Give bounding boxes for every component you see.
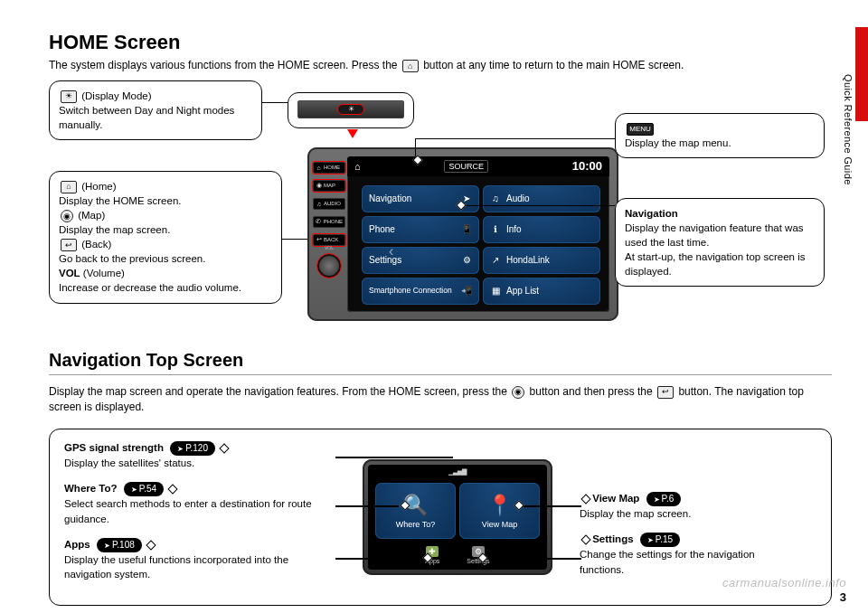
vol-desc: (Volume) (83, 268, 125, 278)
page-ref[interactable]: P.54 (124, 482, 164, 496)
nav-center-column: ▁▃▅▇ 🔍 Where To? 📍 View Map (354, 440, 561, 594)
page-ref[interactable]: P.15 (640, 533, 680, 547)
page-ref[interactable]: P.120 (170, 441, 215, 456)
tile-label: View Map (482, 520, 517, 529)
chevron-left-icon[interactable]: ‹ (389, 243, 393, 259)
tile-label: Smartphone Connection (369, 287, 452, 295)
back-hw-icon: ↩ (61, 239, 77, 251)
tile-hondalink[interactable]: ↗HondaLink (483, 247, 600, 274)
hw-audio-button[interactable]: ♫AUDIO (313, 198, 345, 210)
leader-line (415, 138, 615, 139)
tile-smartphone[interactable]: Smartphone Connection📲 (362, 278, 479, 305)
intro-a: The system displays various functions fr… (49, 59, 401, 71)
hw-label: AUDIO (324, 201, 341, 206)
tile-label: Phone (369, 224, 395, 234)
hw-phone-button[interactable]: ✆PHONE (313, 216, 345, 228)
side-label: Quick Reference Guide (843, 74, 854, 185)
nav-left-column: GPS signal strength P.120 Display the sa… (64, 440, 335, 594)
tile-label: HondaLink (506, 255, 550, 265)
apps-text: Display the useful functions incorporate… (64, 554, 288, 580)
section-tab (855, 27, 868, 121)
leader-line (335, 558, 421, 559)
gps-text: Display the satellites' status. (64, 457, 194, 468)
gps-signal-bars: ▁▃▅▇ (448, 468, 467, 476)
page-ref[interactable]: P.6 (646, 492, 682, 506)
nav-right-column: View Map P.6 Display the map screen. Set… (580, 440, 792, 594)
gear-icon: ⚙ (461, 255, 472, 266)
map-icon: ◉ (316, 183, 322, 189)
hw-volume-knob[interactable] (317, 254, 341, 278)
leader-line (415, 138, 416, 156)
home-tiles: Navigation➤ ♫Audio Phone📱 ℹInfo Settings… (347, 176, 609, 310)
phone-icon: 📱 (461, 224, 472, 235)
apps-title: Apps (64, 539, 90, 550)
back-icon: ↩ (657, 386, 674, 399)
grid-icon: ▦ (490, 286, 501, 297)
tile-audio[interactable]: ♫Audio (483, 185, 600, 212)
hw-label: PHONE (324, 219, 343, 224)
leader-line (262, 102, 288, 103)
menu-text: Display the map menu. (625, 137, 731, 148)
source-button[interactable]: SOURCE (444, 160, 488, 173)
callout-navigation: Navigation Display the navigation featur… (615, 198, 825, 287)
back-label: (Back) (81, 239, 111, 250)
settings-title: Settings (592, 533, 633, 544)
nav-tile-view-map[interactable]: 📍 View Map (459, 483, 540, 539)
hw-label: MAP (324, 183, 335, 188)
leader-anchor (168, 485, 178, 495)
page-number: 3 (840, 590, 846, 604)
callout-menu: MENU Display the map menu. (615, 113, 825, 158)
pointer-triangle (347, 129, 358, 138)
hw-home-button[interactable]: ⌂HOME (313, 162, 345, 174)
nav-callout-title: Navigation (625, 208, 678, 219)
heading-nav-top-screen: Navigation Top Screen (49, 350, 832, 375)
phone-icon: ✆ (316, 219, 322, 225)
item-apps: Apps P.108 Display the useful functions … (64, 537, 335, 581)
info-icon: ℹ (490, 224, 501, 235)
callout-display-mode: ☀ (Display Mode) Switch between Day and … (49, 80, 262, 140)
link-icon: ↗ (490, 255, 501, 266)
tile-phone[interactable]: Phone📱 (362, 216, 479, 243)
page-ref[interactable]: P.108 (97, 538, 142, 552)
display-mode-button[interactable]: ☀ (337, 104, 364, 115)
hw-map-button[interactable]: ◉MAP (313, 180, 345, 192)
screen-topbar: ⌂ SOURCE 10:00 (347, 156, 609, 176)
phone-icon: 📲 (461, 286, 472, 297)
home-hw-icon: ⌂ (61, 181, 77, 193)
home-icon: ⌂ (354, 161, 361, 172)
menu-icon: MENU (627, 123, 654, 136)
leader-line (458, 205, 615, 206)
heading-home-screen: HOME Screen (49, 31, 832, 54)
nav-intro-a: Display the map screen and operate the n… (49, 385, 510, 398)
tile-label: Info (506, 224, 522, 234)
home-label: (Home) (81, 181, 116, 192)
intro-text: The system displays various functions fr… (49, 58, 832, 73)
tile-settings[interactable]: Settings⚙ (362, 247, 479, 274)
hw-label: BACK (324, 237, 338, 242)
page-dots: ○ ● ○ ○ ○ (347, 310, 609, 312)
item-gps: GPS signal strength P.120 Display the sa… (64, 440, 335, 470)
display-mode-label: (Display Mode) (81, 90, 151, 101)
leader-line (480, 558, 581, 559)
nav-screen: ▁▃▅▇ 🔍 Where To? 📍 View Map (368, 465, 547, 570)
leader-line (335, 505, 399, 506)
tile-info[interactable]: ℹInfo (483, 216, 600, 243)
leader-anchor (220, 444, 230, 454)
item-settings: Settings P.15 Change the settings for th… (580, 532, 792, 576)
tile-label: App List (506, 286, 539, 296)
audio-icon: ♫ (316, 201, 322, 207)
nav-diagram-box: GPS signal strength P.120 Display the sa… (49, 429, 832, 606)
home-icon: ⌂ (316, 165, 322, 171)
vol-label: VOL (59, 268, 80, 278)
nav-tile-where-to[interactable]: 🔍 Where To? (375, 483, 456, 539)
hw-label: HOME (324, 165, 340, 170)
back-text: Go back to the previous screen. (59, 253, 205, 264)
tile-applist[interactable]: ▦App List (483, 278, 600, 305)
back-icon: ↩ (316, 237, 322, 243)
pin-icon: 📍 (487, 494, 512, 517)
leader-anchor (580, 535, 590, 545)
home-diagram: ☀ (Display Mode) Switch between Day and … (49, 80, 826, 325)
settings-text: Change the settings for the navigation f… (580, 549, 755, 574)
nav-intro-b: button and then press the (530, 385, 656, 398)
item-where: Where To? P.54 Select search methods to … (64, 481, 335, 525)
